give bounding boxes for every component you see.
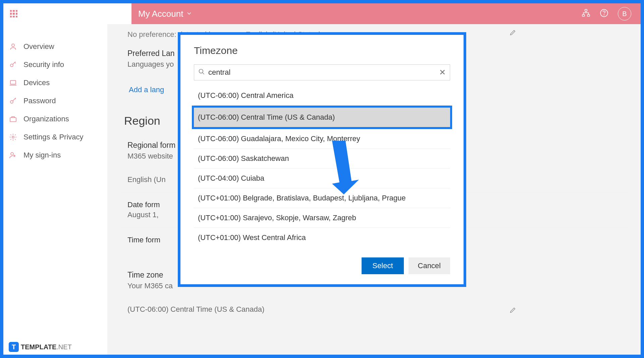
svg-point-4: [604, 15, 604, 15]
sidebar-item-label: Password: [23, 97, 56, 105]
svg-point-8: [10, 101, 13, 103]
signin-icon: [9, 151, 17, 160]
svg-rect-2: [587, 14, 590, 16]
cancel-button[interactable]: Cancel: [409, 257, 450, 274]
timezone-modal: Timezone ✕ (UTC-06:00) Central America (…: [178, 32, 466, 287]
timezone-option[interactable]: (UTC-06:00) Central Time (US & Canada): [194, 108, 450, 127]
modal-title: Timezone: [194, 45, 450, 56]
help-icon[interactable]: [600, 9, 608, 19]
waffle-icon: [10, 10, 17, 17]
timezone-option[interactable]: (UTC-06:00) Saskatchewan: [194, 149, 450, 169]
svg-rect-1: [582, 14, 585, 16]
sitemap-icon[interactable]: [582, 9, 590, 19]
sidebar-item-settings-privacy[interactable]: Settings & Privacy: [3, 128, 107, 146]
select-button[interactable]: Select: [362, 257, 404, 274]
search-icon: [198, 68, 205, 76]
avatar-button[interactable]: B: [618, 7, 631, 20]
timezone-option[interactable]: (UTC-06:00) Central America: [194, 86, 450, 106]
app-launcher-button[interactable]: [3, 3, 24, 24]
sidebar-item-my-sign-ins[interactable]: My sign-ins: [3, 146, 107, 164]
timezone-search-box[interactable]: ✕: [194, 64, 450, 80]
header-title: My Account: [138, 9, 183, 19]
timezone-option[interactable]: (UTC+01:00) Sarajevo, Skopje, Warsaw, Za…: [194, 208, 450, 228]
timezone-option-highlighted: (UTC-06:00) Central Time (US & Canada): [192, 106, 452, 129]
timezone-option[interactable]: (UTC-04:00) Cuiaba: [194, 169, 450, 188]
sidebar-item-organizations[interactable]: Organizations: [3, 110, 107, 128]
svg-point-12: [199, 69, 203, 73]
header-spacer: [24, 3, 131, 24]
timezone-list: (UTC-06:00) Central America (UTC-06:00) …: [194, 86, 450, 247]
sidebar-item-label: Security info: [23, 60, 64, 69]
security-icon: [9, 60, 17, 69]
sidebar-item-label: Organizations: [23, 115, 69, 123]
edit-icon[interactable]: [509, 29, 517, 38]
watermark-text: TEMPLATE.NET: [21, 343, 72, 351]
sidebar-item-overview[interactable]: Overview: [3, 38, 107, 56]
svg-point-10: [12, 136, 14, 138]
svg-rect-7: [10, 80, 16, 84]
sidebar-item-devices[interactable]: Devices: [3, 74, 107, 92]
watermark-light: .NET: [56, 343, 72, 351]
timezone-option[interactable]: (UTC+01:00) West Central Africa: [194, 228, 450, 247]
laptop-icon: [9, 78, 17, 87]
watermark: T TEMPLATE.NET: [9, 342, 72, 352]
svg-point-5: [12, 44, 14, 47]
avatar-initial: B: [622, 10, 627, 18]
sidebar-item-password[interactable]: Password: [3, 92, 107, 110]
edit-icon[interactable]: [509, 306, 517, 315]
watermark-badge: T: [9, 342, 19, 352]
svg-point-11: [11, 153, 13, 155]
clear-icon[interactable]: ✕: [439, 68, 446, 77]
timezone-option[interactable]: (UTC+01:00) Belgrade, Bratislava, Budape…: [194, 188, 450, 208]
person-icon: [9, 42, 17, 51]
sidebar-item-label: Settings & Privacy: [23, 133, 84, 141]
sidebar-item-label: Devices: [23, 78, 50, 87]
timezone-search-input[interactable]: [208, 68, 439, 77]
timezone-current-value: (UTC-06:00) Central Time (US & Canada): [127, 305, 621, 314]
briefcase-icon: [9, 115, 17, 123]
gear-icon: [9, 133, 17, 141]
svg-point-6: [10, 64, 13, 67]
header-title-dropdown[interactable]: My Account: [131, 3, 582, 24]
svg-rect-0: [585, 9, 587, 11]
sidebar-item-label: Overview: [23, 42, 54, 51]
key-icon: [9, 97, 17, 105]
timezone-option[interactable]: (UTC-06:00) Guadalajara, Mexico City, Mo…: [194, 129, 450, 149]
top-bar: My Account B: [3, 3, 641, 24]
sidebar: Overview Security info Devices Password …: [3, 24, 107, 355]
sidebar-item-label: My sign-ins: [23, 151, 61, 160]
svg-rect-9: [10, 118, 16, 122]
sidebar-item-security-info[interactable]: Security info: [3, 56, 107, 74]
watermark-bold: TEMPLATE: [21, 343, 56, 351]
chevron-down-icon: [186, 9, 193, 19]
